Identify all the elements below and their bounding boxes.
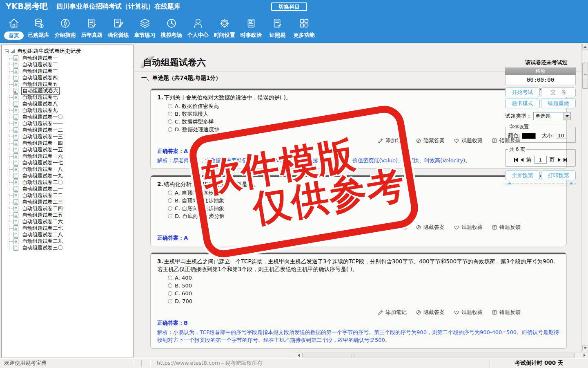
scrollbar-down-button[interactable] — [582, 345, 588, 351]
panel-move-handle[interactable]: 移动 — [505, 67, 576, 75]
question-type-select[interactable]: 单选题 — [533, 112, 571, 120]
tree-item[interactable]: 自动组题试卷二七 — [9, 225, 131, 231]
horizontal-scrollbar[interactable] — [295, 352, 588, 358]
toolbar-item-intensive-training[interactable]: 强化训练 — [105, 13, 131, 39]
favorite-button[interactable]: 试题收藏 — [454, 309, 483, 316]
scrollbar-left-button[interactable] — [296, 353, 301, 358]
add-note-button[interactable]: 添加笔记 — [378, 137, 407, 144]
tree-item[interactable]: 自动组题试卷二九 — [9, 238, 131, 245]
feedback-button[interactable]: 错题反馈 — [492, 309, 521, 316]
answer-card-mode-button[interactable]: 题卡模式 — [505, 99, 540, 108]
radio-icon[interactable] — [168, 283, 172, 288]
print-preview-button[interactable]: 打印预览 — [541, 171, 576, 180]
radio-icon[interactable] — [168, 191, 172, 195]
radio-icon[interactable] — [168, 214, 172, 218]
tree-item[interactable]: 自动组题试卷一 — [9, 55, 131, 61]
tree-item[interactable]: 自动组题试卷九 — [9, 107, 131, 114]
radio-icon[interactable] — [168, 198, 172, 203]
radio-icon[interactable] — [168, 127, 172, 132]
add-note-button[interactable]: 添加笔记 — [378, 224, 407, 231]
tree-item[interactable]: 自动组题试卷一二 — [9, 127, 131, 133]
option-row[interactable]: B. 500 — [168, 283, 560, 289]
option-row[interactable]: A. 数据价值密度高 — [168, 103, 560, 110]
toolbar-item-current-affairs[interactable]: 时事政治 — [238, 13, 264, 39]
hide-answer-button[interactable]: 隐藏答案 — [416, 137, 445, 144]
option-row[interactable]: C. 数据类型多样 — [168, 119, 560, 125]
toolbar-item-home[interactable]: 首页 — [2, 13, 25, 40]
tree-item[interactable]: 自动组题试卷三 — [9, 68, 131, 74]
tree-item[interactable]: 自动组题试卷一五 — [9, 146, 131, 153]
scrollbar-right-button[interactable] — [582, 353, 587, 358]
tree-item-selected[interactable]: 自动组题试卷六 — [9, 88, 131, 94]
hide-answer-button[interactable]: 隐藏答案 — [416, 224, 445, 231]
favorite-button[interactable]: 试题收藏 — [454, 137, 483, 144]
font-size-input[interactable]: 10 — [556, 132, 566, 139]
option-row[interactable]: C. 600 — [168, 290, 560, 297]
toolbar-item-personal-center[interactable]: 个人中心 — [185, 13, 211, 39]
toolbar-item-intro-guide[interactable]: 介绍指南 — [52, 13, 78, 39]
tree-item[interactable]: 自动组题试卷一八 — [9, 166, 131, 173]
chevron-down-icon[interactable] — [564, 112, 570, 120]
tree-item[interactable]: 自动组题试卷二三 — [9, 199, 131, 205]
pager-first-button[interactable] — [514, 158, 518, 162]
radio-icon[interactable] — [168, 112, 172, 116]
tree-collapse-toggle[interactable] — [5, 49, 9, 53]
toolbar-item-cert-easy[interactable]: 证照易 — [264, 13, 291, 39]
option-row[interactable]: A. 自顶向下逐步分解 — [168, 190, 560, 196]
vertical-scrollbar-thumb[interactable] — [582, 63, 588, 89]
tree-item[interactable]: 自动组题试卷一四 — [9, 140, 131, 146]
tree-item[interactable]: 自动组题试卷二一 — [9, 186, 131, 192]
radio-icon[interactable] — [168, 206, 172, 211]
toolbar-item-time-settings[interactable]: 时间设置 — [211, 13, 238, 39]
toolbar-item-mock-exam[interactable]: 模拟考场 — [158, 13, 185, 39]
tree-item[interactable]: 自动组题试卷二五 — [9, 212, 131, 218]
option-row[interactable]: B. 自顶向下逐步抽象 — [168, 197, 560, 204]
tree-item[interactable]: 自动组题试卷一三 — [9, 133, 131, 140]
submit-paper-button[interactable]: 交 卷 — [541, 88, 576, 97]
option-row[interactable]: D. 数据处理速度快 — [168, 126, 560, 133]
option-row[interactable]: C. 自底向上逐步抽象 — [168, 205, 560, 212]
hide-answer-button[interactable]: 隐藏答案 — [416, 309, 445, 316]
tree-item[interactable]: 自动组题试卷八 — [9, 101, 131, 107]
toolbar-item-more-functions[interactable]: 更多功能 — [291, 13, 317, 39]
tree-item[interactable]: 自动组题试卷二〇 — [9, 179, 131, 186]
radio-icon[interactable] — [168, 291, 172, 296]
tree-item[interactable]: 自动组题试卷二六 — [9, 218, 131, 225]
option-row[interactable]: D. 自底向上逐步分解 — [168, 213, 560, 220]
radio-icon[interactable] — [168, 299, 172, 303]
fullscreen-preview-button[interactable]: 全屏预览 — [505, 171, 540, 180]
tree-item[interactable]: 自动组题试卷七 — [9, 94, 131, 101]
tree-item[interactable]: 自动组题试卷二八 — [9, 231, 131, 238]
tree-item[interactable]: 自动组题试卷三〇 — [9, 245, 131, 251]
tree-item[interactable]: 自动组题试卷二二 — [9, 192, 131, 199]
scrollbar-up-button[interactable] — [582, 44, 588, 50]
favorite-button[interactable]: 试题收藏 — [454, 224, 483, 231]
tree-root-row[interactable]: 自动组题生成试卷历史记录 — [3, 47, 131, 55]
feedback-button[interactable]: 错题反馈 — [492, 224, 521, 231]
add-note-button[interactable]: 添加笔记 — [378, 309, 407, 316]
tree-item[interactable]: 自动组题试卷一九 — [9, 173, 131, 179]
start-exam-button[interactable]: 开始考试 — [505, 88, 540, 97]
radio-icon[interactable] — [168, 276, 172, 280]
pager-last-button[interactable] — [564, 158, 567, 162]
tree-item[interactable]: 自动组题试卷二 — [9, 61, 131, 68]
toolbar-item-chapter-practice[interactable]: 章节练习 — [131, 13, 158, 39]
toolbar-item-purchased-banks[interactable]: 已购题库 — [25, 13, 52, 39]
font-color-swatch[interactable] — [522, 133, 536, 139]
tree-item[interactable]: 自动组题试卷一七 — [9, 159, 131, 166]
tree-item[interactable]: 自动组题试卷一〇 — [9, 114, 131, 120]
tree-item[interactable]: 自动组题试卷四 — [9, 74, 131, 81]
toolbar-item-past-papers[interactable]: 历年真题 — [78, 13, 105, 39]
pager-next-button[interactable] — [558, 158, 561, 162]
panel-resize-handle[interactable] — [505, 184, 576, 184]
tree-item[interactable]: 自动组题试卷二四 — [9, 205, 131, 212]
page-number-input[interactable]: 1 — [535, 156, 547, 164]
option-row[interactable]: B. 数据规模大 — [168, 111, 560, 117]
radio-icon[interactable] — [168, 104, 172, 108]
horizontal-scrollbar-thumb[interactable] — [302, 353, 575, 357]
switch-subject-button[interactable]: 切换科目 — [271, 2, 307, 11]
redo-wrong-button[interactable]: 错题重做 — [541, 99, 576, 108]
tree-item[interactable]: 自动组题试卷一六 — [9, 153, 131, 159]
radio-icon[interactable] — [168, 119, 172, 124]
tree-item[interactable]: 自动组题试卷一一 — [9, 120, 131, 127]
